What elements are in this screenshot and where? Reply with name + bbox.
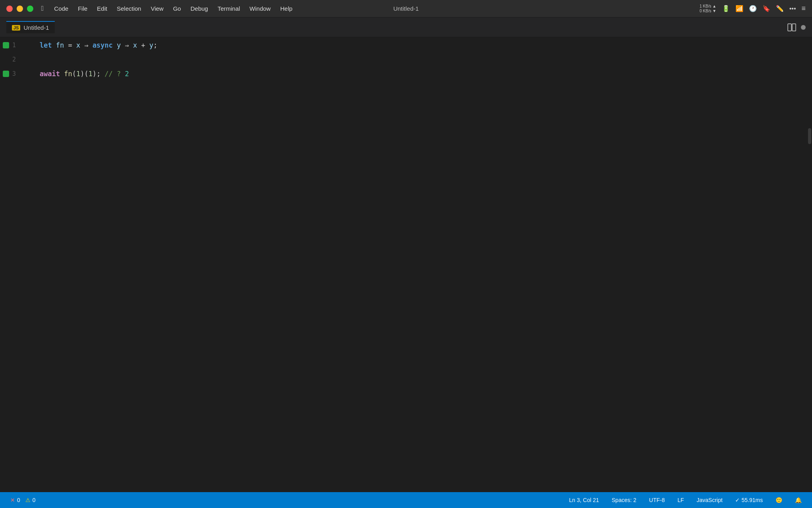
menu-selection[interactable]: Selection: [112, 4, 146, 13]
tabbar: JS Untitled-1: [0, 17, 812, 37]
code-editor[interactable]: let fn = x ⇒ async y ⇒ x + y; await fn(1…: [32, 37, 812, 492]
split-editor-icon[interactable]: [787, 23, 796, 32]
minimize-button[interactable]: [17, 6, 23, 12]
status-left: ✕ 0 ⚠ 0: [8, 496, 38, 504]
line-num-2: 2: [12, 52, 24, 67]
token-eq: =: [64, 41, 76, 49]
breakpoint-3[interactable]: [0, 67, 12, 81]
network-down: 0 KB/s ▼: [700, 9, 716, 13]
token-let: let: [40, 41, 56, 49]
token-comment: // ?: [101, 70, 125, 78]
language-mode[interactable]: JavaScript: [694, 496, 725, 504]
code-line-3: await fn(1)(1); // ? 2: [40, 67, 812, 81]
status-right: Ln 3, Col 21 Spaces: 2 UTF-8 LF JavaScri…: [567, 496, 804, 504]
line-num-3: 3: [12, 67, 24, 81]
error-icon: ✕: [10, 497, 15, 503]
error-status[interactable]: ✕ 0 ⚠ 0: [8, 496, 38, 504]
breakpoint-column: [0, 37, 12, 492]
menu-help[interactable]: Help: [276, 4, 297, 13]
network-up: 1 KB/s ▲: [700, 4, 716, 9]
menubar-right: 1 KB/s ▲ 0 KB/s ▼ 🔋 📶 🕐 🔖 ✏️ ••• ≡: [700, 4, 806, 13]
token-y: y: [113, 41, 121, 49]
js-badge: JS: [12, 25, 20, 31]
token-fn2: fn: [60, 70, 72, 78]
cursor-position[interactable]: Ln 3, Col 21: [567, 496, 601, 504]
svg-rect-0: [788, 24, 791, 31]
menu-view[interactable]: View: [146, 4, 168, 13]
token-paren1: (: [72, 70, 76, 78]
menu-code[interactable]: Code: [50, 4, 73, 13]
statusbar: ✕ 0 ⚠ 0 Ln 3, Col 21 Spaces: 2 UTF-8 LF …: [0, 492, 812, 508]
token-result: 2: [125, 70, 129, 78]
battery-icon: 🔋: [722, 5, 730, 12]
token-paren2: )(: [80, 70, 88, 78]
token-await: await: [40, 70, 60, 78]
network-speed: 1 KB/s ▲ 0 KB/s ▼: [700, 4, 716, 13]
menubar:  Code File Edit Selection View Go Debug…: [0, 0, 812, 17]
menu-edit[interactable]: Edit: [92, 4, 112, 13]
line-ending[interactable]: LF: [675, 496, 686, 504]
traffic-lights: [6, 6, 33, 12]
warning-icon: ⚠: [25, 497, 31, 503]
bookmark-icon: 🔖: [762, 5, 770, 12]
token-async: async: [92, 41, 113, 49]
token-arrow1: ⇒: [80, 41, 92, 49]
token-semi1: ;: [153, 41, 157, 49]
status-dot: [801, 25, 806, 30]
menu-items: Code File Edit Selection View Go Debug T…: [50, 4, 700, 13]
scrollbar-thumb[interactable]: [808, 128, 811, 144]
encoding[interactable]: UTF-8: [647, 496, 667, 504]
token-arrow2: ⇒: [121, 41, 133, 49]
file-tab[interactable]: JS Untitled-1: [6, 21, 55, 33]
line-numbers: 1 2 3: [12, 37, 32, 492]
bell-icon[interactable]: 🔔: [793, 496, 804, 504]
code-line-2: [40, 52, 812, 67]
error-count: 0: [17, 497, 20, 503]
list-icon[interactable]: ≡: [801, 4, 806, 13]
token-num2: 1: [88, 70, 92, 78]
menu-go[interactable]: Go: [168, 4, 186, 13]
token-fn: fn: [56, 41, 64, 49]
apple-pencil-icon: ✏️: [776, 5, 784, 12]
line-num-1: 1: [12, 38, 24, 52]
wifi-icon: 📶: [735, 5, 743, 12]
token-paren3: );: [92, 70, 100, 78]
emoji-icon[interactable]: 🙂: [773, 496, 785, 504]
more-icon[interactable]: •••: [789, 5, 796, 12]
menu-debug[interactable]: Debug: [186, 4, 213, 13]
token-y2: y: [149, 41, 153, 49]
timing-info: ✓ 55.91ms: [733, 496, 765, 504]
editor-container: 1 2 3 let fn = x ⇒ async y ⇒ x + y; awai…: [0, 37, 812, 492]
tabbar-right: [787, 23, 806, 32]
menu-window[interactable]: Window: [245, 4, 275, 13]
menu-terminal[interactable]: Terminal: [213, 4, 245, 13]
apple-icon: : [41, 4, 44, 13]
token-x2: x: [133, 41, 137, 49]
token-num1: 1: [76, 70, 80, 78]
warning-count: 0: [33, 497, 36, 503]
breakpoint-1[interactable]: [0, 38, 12, 52]
tab-filename: Untitled-1: [23, 24, 49, 31]
maximize-button[interactable]: [27, 6, 33, 12]
svg-rect-1: [792, 24, 796, 31]
token-x: x: [76, 41, 80, 49]
token-plus: +: [137, 41, 149, 49]
clock-icon: 🕐: [749, 5, 757, 12]
breakpoint-2[interactable]: [0, 52, 12, 67]
menu-file[interactable]: File: [73, 4, 92, 13]
scrollbar-track[interactable]: [807, 37, 812, 492]
close-button[interactable]: [6, 6, 13, 12]
code-line-1: let fn = x ⇒ async y ⇒ x + y;: [40, 38, 812, 52]
indent-type[interactable]: Spaces: 2: [609, 496, 639, 504]
